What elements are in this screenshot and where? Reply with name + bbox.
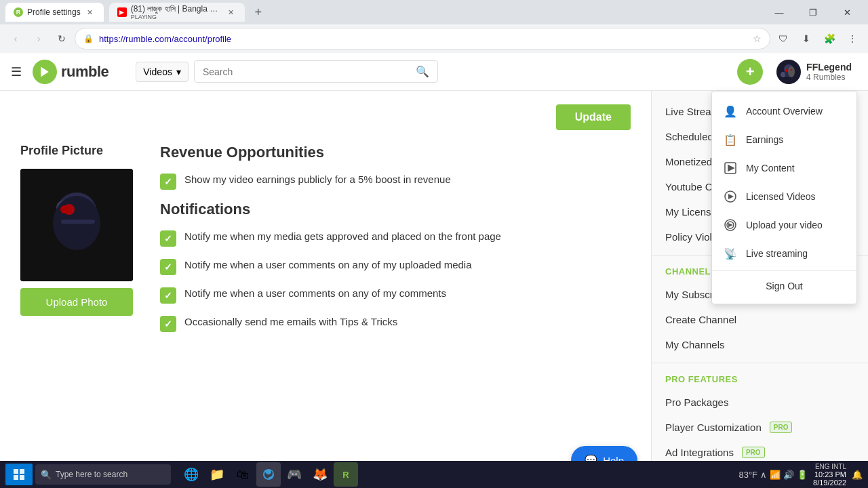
download-icon[interactable]: ⬇ — [796, 28, 816, 49]
svg-rect-24 — [20, 469, 24, 474]
minimize-button[interactable]: — — [764, 3, 795, 22]
maximize-button[interactable]: ❐ — [797, 3, 829, 22]
taskbar-search[interactable]: 🔍 Type here to search — [35, 464, 171, 485]
sidebar-label-player-customization: Player Customization — [665, 422, 762, 433]
svg-marker-0 — [41, 66, 49, 77]
search-area: Videos ▾ 🔍 — [136, 60, 438, 83]
dropdown-item-earnings[interactable]: 📋 Earnings — [712, 125, 856, 154]
search-box[interactable]: 🔍 — [194, 60, 438, 83]
upload-button[interactable]: + — [737, 59, 763, 85]
sidebar-divider-2 — [652, 363, 868, 363]
sidebar-item-my-channels[interactable]: My Channels — [652, 332, 868, 357]
rumble-logo-icon — [33, 60, 57, 84]
my-content-icon — [723, 161, 738, 176]
taskbar-date: 8/19/2022 — [813, 479, 846, 487]
taskbar-right: 83°F ∧ 📶 🔊 🔋 ENG INTL 10:23 PM 8/19/2022… — [738, 463, 863, 487]
tab-close-2[interactable]: ✕ — [226, 8, 237, 17]
tab-favicon-1: R — [14, 7, 23, 17]
taskbar-network-icon: 📶 — [770, 470, 781, 480]
profile-revenue-row: Profile Picture Upload — [20, 144, 631, 359]
taskbar-battery-icon: 🔋 — [797, 470, 808, 480]
taskbar-app-edge[interactable] — [256, 462, 281, 487]
svg-rect-26 — [20, 475, 24, 480]
window-controls: — ❐ ✕ — [764, 3, 863, 22]
svg-marker-19 — [728, 194, 734, 199]
bookmark-icon[interactable]: ☆ — [753, 33, 762, 44]
tab-close-1[interactable]: ✕ — [85, 8, 96, 17]
extensions-icon[interactable]: 🧩 — [819, 28, 840, 49]
taskbar-app-discord[interactable]: 🎮 — [282, 462, 307, 487]
tab-video[interactable]: ▶ (81) লাজুক হাসি | Bangla New S... PLAY… — [109, 3, 245, 22]
dropdown-item-upload-video[interactable]: Upload your video — [712, 211, 856, 239]
svg-marker-22 — [728, 223, 733, 227]
close-button[interactable]: ✕ — [831, 3, 863, 22]
shield-icon[interactable]: 🛡 — [773, 28, 793, 49]
update-button-top[interactable]: Update — [556, 104, 631, 130]
sidebar-item-create-channel[interactable]: Create Channel — [652, 307, 868, 332]
dropdown-item-my-content[interactable]: My Content — [712, 154, 856, 182]
page-content: ☰ rumble Videos ▾ 🔍 + — [0, 53, 868, 488]
dropdown-item-licensed-videos[interactable]: Licensed Videos — [712, 182, 856, 211]
taskbar-lang: ENG INTL — [815, 463, 846, 470]
taskbar-app-store[interactable]: 🛍 — [231, 462, 255, 487]
checkbox-icon-4[interactable] — [160, 287, 176, 304]
search-icon: 🔍 — [416, 65, 429, 78]
refresh-button[interactable]: ↻ — [52, 28, 72, 49]
url-text: https://rumble.com/account/profile — [99, 34, 747, 44]
taskbar-search-icon: 🔍 — [41, 470, 52, 480]
sidebar-item-player-customization[interactable]: Player Customization PRO — [652, 415, 868, 440]
notification-checkbox-2: Notify me when a user comments on any of… — [160, 258, 501, 275]
chevron-down-icon: ▾ — [176, 66, 181, 77]
dropdown-item-live-streaming[interactable]: 📡 Live streaming — [712, 239, 856, 268]
dropdown-label-my-content: My Content — [746, 163, 795, 174]
sidebar-item-pro-packages[interactable]: Pro Packages — [652, 390, 868, 415]
rumble-logo-text: rumble — [61, 63, 108, 81]
user-info: FFLegend 4 Rumbles — [806, 62, 852, 82]
address-bar[interactable]: 🔒 https://rumble.com/account/profile ☆ — [75, 28, 770, 49]
taskbar: 🔍 Type here to search 🌐 📁 🛍 🎮 🦊 R 83°F ∧… — [0, 461, 868, 488]
taskbar-notification-icon[interactable]: 🔔 — [852, 470, 863, 480]
checkbox-icon-5[interactable] — [160, 316, 176, 332]
taskbar-app-firefox[interactable]: 🦊 — [308, 462, 332, 487]
new-tab-button[interactable]: + — [250, 4, 267, 20]
taskbar-apps: 🌐 📁 🛍 🎮 🦊 R — [179, 462, 358, 487]
rumble-logo[interactable]: rumble — [33, 60, 108, 84]
checkbox-icon-3[interactable] — [160, 259, 176, 275]
search-dropdown[interactable]: Videos ▾ — [136, 62, 189, 82]
user-rumbles-count: 4 Rumbles — [806, 73, 852, 82]
account-overview-icon: 👤 — [723, 104, 738, 119]
update-btn-top-area: Update — [20, 104, 631, 130]
checkbox-icon-2[interactable] — [160, 230, 176, 247]
tab-favicon-2: ▶ — [117, 7, 127, 17]
hamburger-button[interactable]: ☰ — [11, 64, 22, 79]
back-button[interactable]: ‹ — [5, 28, 26, 49]
notification-text-4: Occasionally send me emails with Tips & … — [184, 314, 397, 329]
browser-titlebar: R Profile settings ✕ ▶ (81) লাজুক হাসি |… — [0, 0, 868, 24]
browser-toolbar: ‹ › ↻ 🔒 https://rumble.com/account/profi… — [0, 24, 868, 53]
upload-photo-button[interactable]: Upload Photo — [20, 288, 133, 316]
taskbar-app-folder[interactable]: 📁 — [205, 462, 229, 487]
tab-profile-settings[interactable]: R Profile settings ✕ — [5, 3, 104, 22]
taskbar-app-rumble[interactable]: R — [334, 462, 358, 487]
notifications-title: Notifications — [160, 201, 501, 218]
taskbar-search-text: Type here to search — [56, 470, 127, 479]
live-streaming-icon: 📡 — [723, 246, 738, 261]
svg-rect-23 — [14, 469, 18, 474]
forward-button[interactable]: › — [28, 28, 49, 49]
taskbar-sys-icons: 83°F ∧ 📶 🔊 🔋 — [738, 470, 808, 480]
toolbar-actions: 🛡 ⬇ 🧩 ⋮ — [773, 28, 863, 49]
menu-icon[interactable]: ⋮ — [842, 28, 863, 49]
sign-out-button[interactable]: Sign Out — [712, 274, 856, 298]
user-avatar-button[interactable]: FFLegend 4 Rumbles — [771, 57, 857, 87]
dropdown-item-account-overview[interactable]: 👤 Account Overview — [712, 97, 856, 125]
avatar — [776, 60, 801, 84]
dropdown-label-upload-video: Upload your video — [746, 220, 823, 230]
notification-text-2: Notify me when a user comments on any of… — [184, 258, 472, 272]
dropdown-label-live-streaming: Live streaming — [746, 248, 808, 259]
search-input[interactable] — [203, 66, 410, 77]
taskbar-app-globe[interactable]: 🌐 — [179, 462, 203, 487]
taskbar-chevron-icon[interactable]: ∧ — [760, 470, 767, 480]
checkbox-icon-1[interactable] — [160, 174, 176, 190]
search-dropdown-label: Videos — [143, 66, 172, 77]
start-button[interactable] — [5, 464, 33, 485]
